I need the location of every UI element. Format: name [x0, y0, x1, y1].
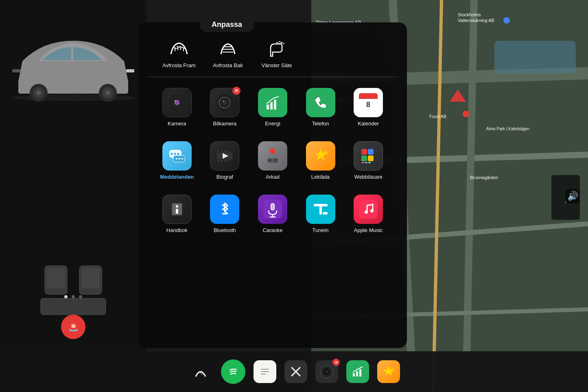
svg-rect-115	[323, 212, 328, 215]
caraoke-icon	[258, 195, 287, 224]
app-caraoke[interactable]: Caraoke	[250, 191, 295, 237]
app-leklada[interactable]: Lekläda	[298, 137, 343, 184]
svg-rect-95	[361, 149, 367, 155]
climate-avfrosta-fram[interactable]: Avfrosta Fram	[159, 39, 199, 68]
leklada-label: Lekläda	[311, 174, 330, 180]
svg-point-10	[503, 17, 510, 24]
taskbar-energy[interactable]	[346, 360, 369, 383]
caraoke-label: Caraoke	[262, 227, 282, 233]
handbok-icon	[162, 195, 192, 224]
taskbar-dashcam[interactable]: ✕	[315, 360, 338, 383]
meddelanden-icon	[162, 141, 192, 171]
seat-controls-svg	[37, 262, 110, 319]
svg-rect-97	[361, 155, 367, 161]
taskbar-toybox[interactable]	[377, 360, 400, 383]
svg-rect-101	[368, 162, 371, 163]
svg-point-74	[179, 158, 180, 160]
app-tunein[interactable]: TuneIn	[298, 191, 343, 237]
dot-3[interactable]	[79, 295, 82, 298]
taskbar-notes[interactable]	[254, 360, 276, 383]
webbläsare-icon	[354, 141, 383, 171]
tunein-label: TuneIn	[313, 227, 329, 233]
svg-rect-96	[368, 149, 374, 155]
energi-icon	[258, 88, 287, 117]
svg-rect-81	[224, 151, 226, 151]
leklada-icon	[306, 141, 335, 171]
energi-label: Energi	[265, 120, 280, 127]
app-meddelanden[interactable]: Meddelanden	[155, 137, 199, 184]
tunein-icon	[306, 195, 335, 224]
sos-button[interactable]: 🚨	[61, 315, 85, 339]
app-webbläsare[interactable]: Webbläsare	[346, 137, 391, 184]
telefon-icon: 📞	[306, 88, 335, 117]
svg-point-30	[105, 90, 110, 95]
app-bilkamera[interactable]: ✕ Bilkamera	[203, 84, 247, 131]
svg-point-128	[325, 370, 329, 374]
svg-point-118	[370, 209, 374, 212]
meddelanden-label: Meddelanden	[160, 174, 194, 180]
svg-rect-79	[218, 151, 219, 151]
svg-point-11	[463, 111, 469, 117]
handbok-label: Handbok	[166, 227, 188, 233]
climate-vanster-sate[interactable]: Vänster Säte	[256, 39, 297, 68]
svg-rect-34	[47, 268, 65, 288]
app-panel: Avfrosta Fram Avfrosta Bak	[138, 22, 407, 348]
climate-avfrosta-bak[interactable]: Avfrosta Bak	[208, 39, 248, 68]
taskbar-close[interactable]	[284, 360, 307, 383]
svg-point-69	[170, 153, 173, 155]
kalender-label: Kalender	[358, 120, 379, 127]
svg-rect-83	[218, 160, 219, 161]
svg-rect-32	[12, 69, 20, 72]
car-silhouette	[10, 28, 136, 102]
app-bluetooth[interactable]: Bluetooth	[203, 191, 247, 237]
app-arkad[interactable]: Arkad	[250, 137, 295, 184]
svg-point-73	[176, 158, 177, 160]
svg-text:Brunnagården: Brunnagården	[470, 175, 498, 180]
apple-music-label: Apple Music	[354, 227, 383, 233]
svg-rect-116	[359, 200, 378, 219]
svg-rect-82	[227, 151, 229, 151]
svg-text:Vattenskärning AB: Vattenskärning AB	[458, 18, 494, 23]
taskbar-wiper[interactable]	[188, 359, 213, 384]
svg-point-91	[269, 159, 271, 162]
app-energi[interactable]: Energi	[250, 84, 295, 131]
app-kalender[interactable]: 8 Kalender	[346, 84, 391, 131]
svg-point-71	[177, 153, 179, 155]
climate-row: Avfrosta Fram Avfrosta Bak	[146, 31, 399, 77]
app-kamera[interactable]: Kamera	[155, 84, 199, 131]
app-telefon[interactable]: 📞 Telefon	[298, 84, 343, 131]
svg-point-92	[274, 159, 277, 162]
svg-rect-105	[176, 209, 178, 214]
svg-point-104	[176, 205, 178, 208]
svg-rect-58	[270, 102, 273, 109]
dot-2[interactable]	[72, 295, 75, 298]
svg-rect-80	[221, 151, 223, 151]
svg-rect-84	[221, 160, 223, 161]
svg-rect-37	[41, 298, 106, 315]
seat-controls-area	[37, 262, 110, 319]
defrost-rear-icon	[216, 39, 240, 59]
app-apple-music[interactable]: Apple Music	[346, 191, 391, 237]
svg-point-50	[175, 100, 176, 102]
svg-rect-99	[362, 162, 364, 163]
svg-point-75	[181, 158, 183, 160]
vanster-sate-label: Vänster Säte	[261, 62, 292, 68]
bilkamera-badge: ✕	[232, 87, 240, 95]
bilkamera-icon: ✕	[210, 88, 239, 117]
taskbar: ✕	[0, 351, 588, 392]
bluetooth-icon	[210, 195, 239, 224]
bilkamera-label: Bilkamera	[213, 120, 236, 127]
taskbar-spotify[interactable]	[221, 359, 245, 384]
apps-row-3: Handbok Bluetooth	[146, 187, 399, 244]
biograf-icon	[210, 141, 239, 171]
dot-1[interactable]	[64, 295, 68, 298]
svg-point-49	[176, 101, 178, 104]
apple-music-icon	[354, 195, 383, 224]
app-biograf[interactable]: Biograf	[203, 137, 247, 184]
app-handbok[interactable]: Handbok	[155, 191, 199, 237]
volume-icon[interactable]: 🔊	[565, 189, 580, 204]
svg-rect-132	[359, 369, 361, 377]
svg-rect-109	[271, 204, 274, 210]
webbläsare-label: Webbläsare	[354, 174, 383, 180]
kamera-label: Kamera	[168, 120, 186, 127]
